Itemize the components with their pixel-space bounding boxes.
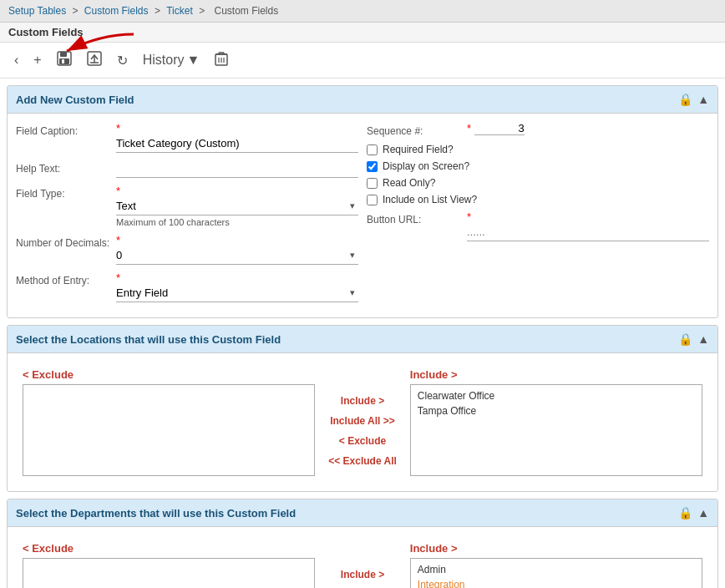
help-text-row: Help Text: xyxy=(16,160,358,178)
locations-controls: Include > Include All >> < Exclude << Ex… xyxy=(323,368,402,469)
required-field-row: Required Field? xyxy=(367,144,709,155)
locations-header-icons: 🔒 ▲ xyxy=(678,332,709,346)
breadcrumb-custom-fields-1[interactable]: Custom Fields xyxy=(84,5,149,17)
include-list-checkbox[interactable] xyxy=(367,195,378,205)
delete-button[interactable] xyxy=(209,48,234,73)
sequence-value: * xyxy=(467,122,709,135)
locations-panel-body: < Exclude Include > Include All >> < Exc… xyxy=(8,353,717,491)
required-star-seq: * xyxy=(467,122,474,134)
departments-panel-body: < Exclude Include > Include All >> < Exc… xyxy=(8,527,717,588)
breadcrumb-sep2: > xyxy=(155,5,163,17)
breadcrumb-sep1: > xyxy=(73,5,81,17)
field-type-hint: Maximum of 100 characters xyxy=(116,217,358,227)
departments-include-box: Include > Admin Integration Professional… xyxy=(410,542,702,588)
decimals-select-wrapper: 0 xyxy=(116,246,358,265)
collapse-icon[interactable]: ▲ xyxy=(697,93,709,106)
locations-include-box: Include > Clearwater Office Tampa Office xyxy=(410,368,702,476)
read-only-row: Read Only? xyxy=(367,177,709,189)
form-right-col: Sequence #: * Required Field? Display on… xyxy=(367,122,709,309)
locations-include-label: Include > xyxy=(410,368,702,381)
locations-include-listbox[interactable]: Clearwater Office Tampa Office xyxy=(410,384,702,476)
locations-include-all-btn[interactable]: Include All >> xyxy=(328,413,397,428)
history-chevron-icon: ▼ xyxy=(186,53,200,68)
field-type-label: Field Type: xyxy=(16,185,116,200)
method-label: Method of Entry: xyxy=(16,271,116,286)
form-left-col: Field Caption: * Help Text: Field Type: xyxy=(16,122,358,309)
locations-exclude-label: < Exclude xyxy=(23,368,315,381)
button-url-input[interactable] xyxy=(467,223,709,241)
location-item-tampa[interactable]: Tampa Office xyxy=(414,403,698,418)
departments-header-icons: 🔒 ▲ xyxy=(678,506,709,520)
upload-icon xyxy=(87,51,102,66)
lock-icon[interactable]: 🔒 xyxy=(678,93,692,106)
button-url-row: Button URL: * xyxy=(367,210,709,241)
sequence-input[interactable] xyxy=(474,122,525,135)
help-text-input[interactable] xyxy=(116,160,358,178)
svg-rect-3 xyxy=(62,59,64,63)
display-screen-checkbox[interactable] xyxy=(367,161,378,172)
departments-lock-icon[interactable]: 🔒 xyxy=(678,506,692,520)
departments-collapse-icon[interactable]: ▲ xyxy=(697,506,709,520)
read-only-checkbox[interactable] xyxy=(367,178,378,189)
display-screen-row: Display on Screen? xyxy=(367,160,709,172)
form-two-col: Field Caption: * Help Text: Field Type: xyxy=(16,122,709,309)
method-select-wrapper: Entry Field xyxy=(116,284,358,302)
departments-exclude-box: < Exclude xyxy=(23,542,315,588)
locations-exclude-btn[interactable]: < Exclude xyxy=(328,433,397,449)
departments-include-btn[interactable]: Include > xyxy=(328,567,397,582)
breadcrumb: Setup Tables > Custom Fields > Ticket > … xyxy=(0,0,725,23)
add-button[interactable]: + xyxy=(28,49,47,71)
field-caption-input[interactable] xyxy=(116,134,358,153)
button-url-label: Button URL: xyxy=(367,210,467,226)
required-star-decimals: * xyxy=(116,234,120,246)
refresh-button[interactable]: ↻ xyxy=(111,49,134,72)
field-type-row: Field Type: * Text Maximum of 100 charac… xyxy=(16,185,358,227)
departments-include-label: Include > xyxy=(410,542,702,555)
departments-exclude-listbox[interactable] xyxy=(23,558,315,588)
locations-include-exclude: < Exclude Include > Include All >> < Exc… xyxy=(16,362,709,483)
departments-include-exclude: < Exclude Include > Include All >> < Exc… xyxy=(16,535,709,588)
back-button[interactable]: ‹ xyxy=(8,49,24,71)
breadcrumb-custom-fields-2: Custom Fields xyxy=(214,5,278,17)
decimals-row: Number of Decimals: * 0 xyxy=(16,234,358,265)
breadcrumb-sep3: > xyxy=(199,5,207,17)
breadcrumb-ticket[interactable]: Ticket xyxy=(166,5,193,17)
add-panel-body: Field Caption: * Help Text: Field Type: xyxy=(8,114,717,317)
history-button[interactable]: History ▼ xyxy=(137,49,206,71)
field-caption-row: Field Caption: * xyxy=(16,122,358,153)
toolbar: ‹ + ↻ History ▼ xyxy=(0,43,725,79)
required-star-type: * xyxy=(116,185,120,197)
help-text-label: Help Text: xyxy=(16,160,116,175)
locations-panel-title: Select the Locations that will use this … xyxy=(16,333,281,346)
location-item-clearwater[interactable]: Clearwater Office xyxy=(414,388,698,403)
field-caption-value: * xyxy=(116,122,358,153)
save-button[interactable] xyxy=(51,48,78,73)
decimals-select[interactable]: 0 xyxy=(116,246,358,265)
sequence-label: Sequence #: xyxy=(367,122,467,137)
breadcrumb-setup-tables[interactable]: Setup Tables xyxy=(8,5,66,17)
method-select[interactable]: Entry Field xyxy=(116,284,358,302)
departments-include-listbox[interactable]: Admin Integration Professional Services … xyxy=(410,558,702,588)
locations-collapse-icon[interactable]: ▲ xyxy=(697,332,709,346)
locations-exclude-box: < Exclude xyxy=(23,368,315,476)
dept-item-admin[interactable]: Admin xyxy=(414,562,698,577)
locations-include-btn[interactable]: Include > xyxy=(328,393,397,408)
departments-exclude-label: < Exclude xyxy=(23,542,315,555)
panel-header-icons: 🔒 ▲ xyxy=(678,93,709,106)
locations-exclude-all-btn[interactable]: << Exclude All xyxy=(328,454,397,469)
display-screen-label: Display on Screen? xyxy=(383,160,469,172)
upload-button[interactable] xyxy=(81,48,108,73)
save-icon xyxy=(57,51,72,66)
help-text-value xyxy=(116,160,358,178)
field-type-select[interactable]: Text xyxy=(116,197,358,215)
locations-lock-icon[interactable]: 🔒 xyxy=(678,332,692,346)
required-field-label: Required Field? xyxy=(383,144,454,155)
svg-rect-1 xyxy=(60,52,67,57)
page-title: Custom Fields xyxy=(0,23,725,43)
include-list-label: Include on List View? xyxy=(383,194,477,205)
required-field-checkbox[interactable] xyxy=(367,144,378,155)
dept-item-integration[interactable]: Integration xyxy=(414,577,698,588)
locations-exclude-listbox[interactable] xyxy=(23,384,315,476)
locations-panel: Select the Locations that will use this … xyxy=(7,325,718,492)
locations-panel-header: Select the Locations that will use this … xyxy=(8,326,717,353)
